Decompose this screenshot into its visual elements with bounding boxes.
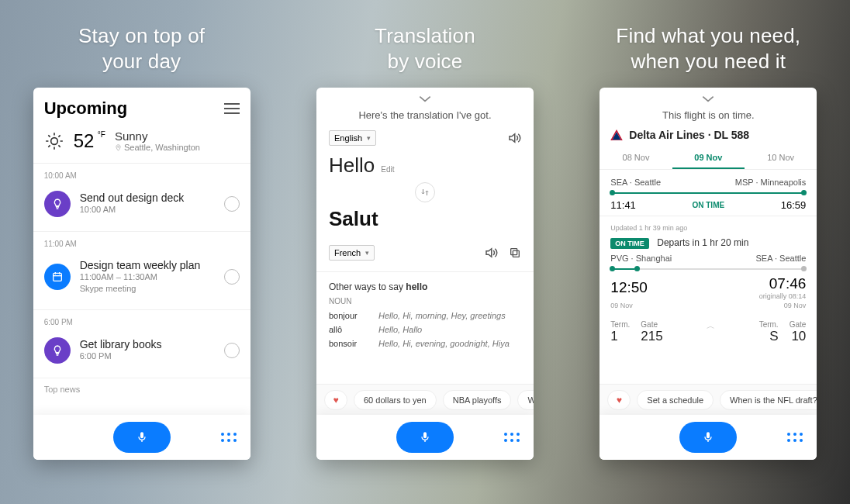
event-checkbox[interactable] [224, 196, 240, 212]
speaker-icon[interactable] [507, 131, 521, 145]
to-airport: MSP · Minneapolis [735, 178, 807, 187]
date-tabs: 08 Nov 09 Nov 10 Nov [599, 147, 817, 170]
translation-subtitle: Here's the translation I've got. [316, 105, 534, 130]
original-time: originally 08:14 [759, 292, 807, 300]
pull-down-handle[interactable] [316, 88, 534, 105]
weather-row[interactable]: 52 °F Sunny Seattle, Washington [33, 126, 251, 164]
dep-date: 09 Nov [610, 302, 633, 309]
arr-date: 09 Nov [784, 302, 807, 309]
departs-in: Departs in 1 hr 20 min [657, 237, 748, 248]
on-time-pill: ON TIME [610, 238, 649, 249]
more-dots-icon[interactable] [504, 433, 520, 442]
svg-line-5 [48, 135, 50, 136]
event-sub: 6:00 PM [80, 350, 215, 362]
svg-rect-14 [513, 250, 519, 257]
more-dots-icon[interactable] [787, 433, 803, 442]
flight-leg-1[interactable]: SEA · Seattle MSP · Minneapolis 11:41 ON… [599, 170, 817, 216]
caption-3: Find what you need,when you need it [616, 23, 800, 74]
upcoming-title: Upcoming [44, 98, 128, 119]
on-time-badge: ON TIME [692, 201, 724, 209]
svg-rect-10 [53, 274, 61, 281]
synonym-table: bonjourHello, Hi, morning, Hey, greeting… [316, 309, 534, 350]
event-item[interactable]: Get library books 6:00 PM [33, 330, 251, 378]
tab-date-active[interactable]: 09 Nov [672, 147, 745, 169]
svg-line-6 [58, 145, 60, 147]
mic-button[interactable] [396, 422, 454, 453]
dep-time: 11:41 [610, 199, 636, 211]
source-language-select[interactable]: English [329, 130, 376, 146]
chevron-down-icon [418, 95, 432, 103]
dep-time: 12:50 [610, 279, 648, 296]
weather-location: Seattle, Washington [115, 143, 200, 152]
event-checkbox[interactable] [224, 343, 240, 358]
pin-icon [115, 144, 122, 151]
weather-condition: Sunny [115, 129, 200, 143]
edit-link[interactable]: Edit [381, 165, 394, 174]
flight-airline-row: Delta Air Lines · DL 588 [599, 129, 817, 147]
card-flight: This flight is on time. Delta Air Lines … [599, 88, 817, 460]
suggestion-chip[interactable]: 60 dollars to yen [354, 390, 437, 410]
card-upcoming: Upcoming 52 °F Sunny Seattle, Washington… [33, 88, 251, 460]
other-ways-header: Other ways to say hello [316, 272, 534, 297]
event-sub2: Skype meeting [80, 283, 215, 295]
speaker-icon[interactable] [484, 246, 498, 260]
noun-label: NOUN [316, 297, 534, 309]
top-news-link[interactable]: Top news [33, 378, 251, 400]
event-sub: 10:00 AM [80, 204, 215, 216]
weather-temp: 52 [74, 130, 95, 151]
bulb-icon [44, 337, 71, 364]
progress-bar [610, 268, 806, 270]
target-language-select[interactable]: French [329, 245, 375, 261]
caption-2: Translationby voice [375, 23, 475, 74]
favorite-icon[interactable]: ♥ [607, 390, 631, 410]
time-label-0: 10:00 AM [33, 164, 251, 183]
tab-date[interactable]: 08 Nov [599, 147, 672, 169]
updated-text: Updated 1 hr 39 min ago [610, 224, 806, 232]
pull-down-handle[interactable] [599, 88, 817, 105]
arr-time: 16:59 [781, 199, 807, 211]
svg-point-0 [50, 137, 57, 144]
copy-icon[interactable] [509, 247, 521, 259]
event-item[interactable]: Design team weekly plan 11:00AM – 11:30A… [33, 251, 251, 310]
delta-logo-icon [610, 129, 623, 140]
from-airport: PVG · Shanghai [610, 254, 672, 263]
flight-status-text: This flight is on time. [599, 105, 817, 129]
event-title: Get library books [80, 338, 215, 350]
caption-1: Stay on top ofyour day [78, 23, 205, 74]
chevron-down-icon [701, 95, 715, 103]
target-word: Salut [329, 207, 378, 230]
chevron-up-icon[interactable]: ︿ [707, 320, 715, 344]
svg-rect-15 [511, 249, 517, 255]
suggestion-chip[interactable]: What can you [517, 390, 534, 410]
terminal-gate-row: Term.1 Gate215 ︿ Term.S Gate10 [599, 314, 817, 350]
mic-button[interactable] [113, 422, 171, 453]
source-word: Hello [329, 154, 375, 178]
tab-date[interactable]: 10 Nov [745, 147, 817, 169]
event-sub: 11:00AM – 11:30AM [80, 271, 215, 283]
svg-line-8 [58, 135, 60, 136]
card-translation: Here's the translation I've got. English… [316, 88, 534, 460]
bottom-bar [316, 415, 534, 460]
favorite-icon[interactable]: ♥ [324, 390, 347, 410]
bottom-bar [33, 415, 251, 460]
suggestion-chip[interactable]: When is the NFL draft? [720, 390, 817, 410]
event-checkbox[interactable] [224, 269, 240, 285]
mic-button[interactable] [679, 422, 737, 453]
hamburger-icon[interactable] [224, 103, 240, 114]
suggestion-bar: ♥ Set a schedule When is the NFL draft? [599, 384, 817, 415]
to-airport: SEA · Seattle [755, 254, 806, 263]
bulb-icon [44, 191, 71, 217]
svg-line-7 [48, 145, 50, 147]
time-label-1: 11:00 AM [33, 232, 251, 251]
suggestion-chip[interactable]: Set a schedule [637, 390, 714, 410]
suggestion-bar: ♥ 60 dollars to yen NBA playoffs What ca… [316, 384, 534, 415]
event-title: Design team weekly plan [80, 259, 215, 271]
calendar-icon [44, 264, 71, 290]
more-dots-icon[interactable] [221, 433, 237, 442]
arr-time: 07:46 [769, 275, 807, 292]
flight-leg-2[interactable]: Updated 1 hr 39 min ago ON TIME Departs … [599, 216, 817, 314]
event-item[interactable]: Send out design deck 10:00 AM [33, 183, 251, 232]
suggestion-chip[interactable]: NBA playoffs [443, 390, 512, 410]
weather-unit: °F [98, 130, 105, 139]
bottom-bar [599, 415, 817, 460]
